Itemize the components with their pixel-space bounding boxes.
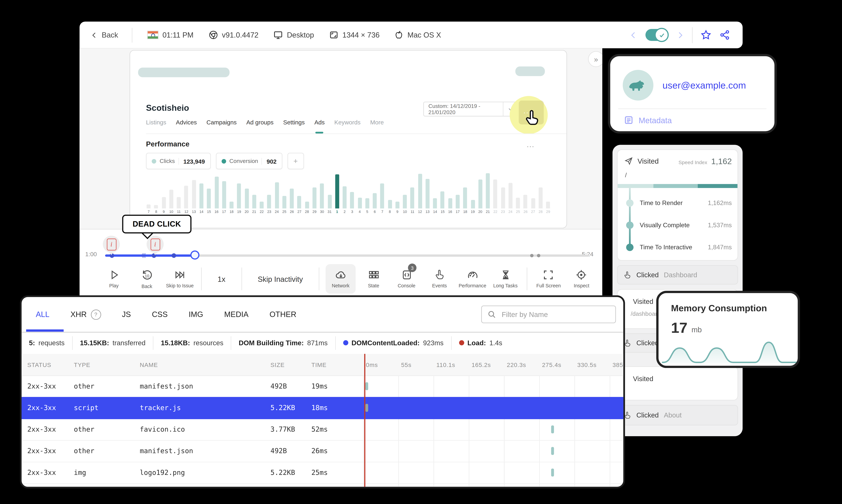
site-tab-listings[interactable]: Listings (146, 119, 166, 133)
timeline-event-dot-upcoming[interactable] (537, 254, 540, 257)
metric-chip-conversion[interactable]: Conversion902 (216, 153, 282, 169)
site-tab-ads[interactable]: Ads (315, 119, 325, 133)
timeline-track[interactable]: «(((( (105, 254, 589, 257)
chart-x-label: 24 (273, 210, 281, 214)
navigate-icon (624, 157, 633, 165)
site-tab-keywords[interactable]: Keywords (334, 119, 361, 133)
filter-field[interactable] (481, 306, 616, 323)
cell-type: other (68, 447, 134, 455)
back-button[interactable]: Back (79, 31, 118, 39)
control-full-screen[interactable]: Full Screen (534, 264, 563, 293)
autoplay-toggle[interactable] (645, 29, 668, 41)
network-tab-media[interactable]: MEDIA (224, 310, 248, 319)
cell-name: manifest.json (134, 447, 265, 455)
metric-label: Clicks (160, 158, 175, 164)
clicked-event-row[interactable]: ClickedAbout (617, 405, 738, 426)
grid-icon (368, 269, 379, 281)
chart-x-label: 15 (439, 210, 446, 214)
chart-x-label: 13 (190, 210, 198, 214)
control-skip-inactivity[interactable]: Skip Inactivity (248, 274, 312, 283)
column-header-time[interactable]: TIME (306, 361, 362, 368)
next-session-button[interactable] (676, 31, 684, 39)
add-metric-button[interactable]: + (287, 153, 304, 169)
date-range-select[interactable]: Custom: 14/12/2019 - 21/01/2020 (423, 102, 518, 116)
site-tab-ad-groups[interactable]: Ad groups (246, 119, 274, 133)
network-request-row[interactable]: 2xx-3xxothermanifest.json492B26ms (21, 440, 623, 463)
site-tab-campaigns[interactable]: Campaigns (207, 119, 237, 133)
chart-x-label: 29 (544, 210, 552, 214)
timeline-event-dot[interactable] (172, 253, 176, 258)
stat-strong: Load: (467, 339, 486, 347)
cell-status: 2xx-3xx (21, 469, 68, 476)
network-request-row[interactable]: 2xx-3xximglogo192.png5.22KB25ms (21, 462, 623, 484)
control-label: Console (398, 283, 415, 289)
back10-icon: 10 (141, 269, 153, 281)
control-performance[interactable]: Performance (458, 264, 487, 293)
chart-bar (491, 172, 499, 209)
chart-x-label: 9 (160, 210, 167, 214)
issue-marker[interactable]: i (103, 236, 120, 253)
speed-segment (698, 184, 737, 188)
control-network[interactable]: Network (325, 264, 356, 293)
metric-label: Time To Interactive (640, 244, 692, 250)
session-replay-app: Back 01:11 PM v91.0.4472 Desktop 1344 × … (0, 0, 842, 504)
ellipsis-icon[interactable]: ... (527, 140, 535, 149)
metric-chip-clicks[interactable]: Clicks123,949 (146, 153, 211, 169)
clicked-event-row[interactable]: ClickedDashboard (617, 265, 738, 285)
prev-session-button[interactable] (629, 31, 638, 39)
site-tab-advices[interactable]: Advices (176, 119, 197, 133)
chart-x-label: 19 (235, 210, 243, 214)
network-request-row[interactable]: 2xx-3xxscripttracker.js5.22KB18ms (21, 397, 623, 419)
network-tab-other[interactable]: OTHER (269, 310, 296, 319)
control-play[interactable]: Play (99, 264, 129, 293)
network-tab-css[interactable]: CSS (152, 310, 168, 319)
user-email[interactable]: user@example.com (662, 80, 746, 91)
stat-text: 1.4s (489, 339, 502, 347)
issue-marker[interactable]: i (146, 236, 163, 253)
filter-input[interactable] (501, 310, 610, 319)
network-tab-xhr[interactable]: XHR? (70, 309, 101, 320)
site-tab-more[interactable]: More (370, 119, 384, 133)
playhead[interactable] (190, 251, 199, 259)
screen-size-icon (329, 30, 338, 40)
chart-bar (303, 172, 311, 209)
network-request-row[interactable]: 2xx-3xxotherfavicon.ico3.77KB52ms (21, 419, 623, 441)
network-tab-img[interactable]: IMG (189, 310, 203, 319)
column-header-size[interactable]: SIZE (265, 361, 306, 368)
control-back[interactable]: 10Back (132, 264, 162, 293)
network-stat: 15.15KB:transferred (73, 336, 154, 349)
column-header-status[interactable]: STATUS (21, 361, 68, 368)
visited-event-card[interactable]: Visited Speed Index 1,162 / Time to Rend… (617, 149, 738, 260)
control-console[interactable]: 3Console (392, 264, 422, 293)
help-icon[interactable]: ? (91, 309, 101, 320)
visited-event-row[interactable]: Visited (617, 366, 738, 400)
cell-time: 52ms (306, 426, 362, 433)
expand-panel-button[interactable]: » (588, 51, 602, 67)
share-button[interactable] (719, 30, 730, 40)
metadata-button[interactable]: Metadata (624, 115, 672, 125)
network-request-row[interactable]: 2xx-3xxothermanifest.json492B19ms (21, 375, 623, 398)
control-long-tasks[interactable]: Long Tasks (490, 264, 521, 293)
control-skip-to-issue[interactable]: Skip to Issue (165, 264, 195, 293)
control-label: State (368, 283, 379, 289)
column-header-name[interactable]: NAME (134, 361, 265, 368)
divider (201, 268, 201, 290)
info-icon: i (150, 238, 160, 250)
favorite-star-button[interactable] (701, 30, 711, 40)
event-target: About (664, 411, 682, 419)
event-label: Visited (633, 298, 653, 306)
control-inspect[interactable]: Inspect (567, 264, 597, 293)
metric-dot (221, 159, 226, 163)
control-1x[interactable]: 1x (208, 274, 235, 283)
chart-bar (537, 172, 544, 209)
site-tab-settings[interactable]: Settings (283, 119, 305, 133)
svg-text:10: 10 (145, 273, 149, 278)
network-tab-js[interactable]: JS (122, 310, 131, 319)
control-state[interactable]: State (359, 264, 389, 293)
timeline-event-dot-upcoming[interactable] (530, 254, 534, 257)
control-events[interactable]: Events (424, 264, 454, 293)
column-header-type[interactable]: TYPE (68, 361, 134, 368)
info-icon: i (107, 238, 116, 250)
network-tab-all[interactable]: ALL (36, 310, 50, 319)
chart-bar (167, 172, 175, 209)
